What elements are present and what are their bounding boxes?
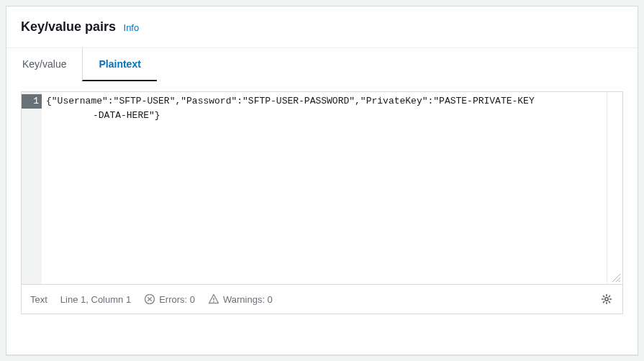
key-value-pairs-panel: Key/value pairs Info Key/value Plaintext… [6, 6, 638, 355]
panel-header: Key/value pairs Info [6, 6, 638, 48]
code-textarea[interactable]: {"Username":"SFTP-USER","Password":"SFTP… [42, 92, 607, 284]
gear-icon [601, 293, 612, 305]
settings-button[interactable] [599, 292, 614, 306]
svg-line-0 [612, 274, 620, 282]
info-link[interactable]: Info [124, 22, 140, 33]
tabs: Key/value Plaintext [6, 48, 638, 81]
status-cursor-position: Line 1, Column 1 [60, 294, 131, 305]
panel-title: Key/value pairs [21, 19, 116, 34]
svg-line-2 [619, 280, 620, 282]
status-errors[interactable]: Errors: 0 [144, 293, 195, 305]
resize-handle-icon[interactable] [611, 273, 621, 283]
status-mode[interactable]: Text [30, 294, 47, 305]
line-number: 1 [22, 94, 42, 109]
tab-plaintext[interactable]: Plaintext [82, 48, 156, 81]
tab-key-value[interactable]: Key/value [6, 48, 82, 81]
svg-point-7 [213, 301, 214, 303]
editor-statusbar: Text Line 1, Column 1 Errors: 0 [22, 284, 622, 314]
editor-gutter: 1 [22, 92, 42, 284]
warning-icon [208, 293, 219, 305]
status-warnings[interactable]: Warnings: 0 [208, 293, 273, 305]
svg-point-8 [605, 298, 608, 301]
error-icon [144, 293, 155, 305]
editor-right-gutter [607, 92, 622, 284]
code-editor: 1 {"Username":"SFTP-USER","Password":"SF… [21, 91, 623, 314]
